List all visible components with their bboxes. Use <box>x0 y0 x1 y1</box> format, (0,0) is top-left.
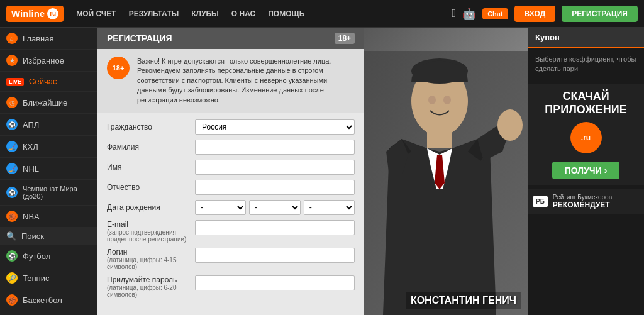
svg-rect-4 <box>505 111 514 123</box>
sidebar-label-nhl: NHL <box>23 164 39 174</box>
label-citizenship: Гражданство <box>107 123 189 131</box>
sidebar-label-football: Футбол <box>23 251 50 261</box>
form-row-patronymic: Отчество <box>107 180 355 195</box>
man-name: КОНСТАНТИН ГЕНИЧ <box>406 292 521 309</box>
login-button[interactable]: ВХОД <box>514 6 556 22</box>
sidebar-label-tennis: Теннис <box>23 274 50 283</box>
label-firstname: Имя <box>107 163 189 172</box>
input-lastname[interactable] <box>195 140 355 155</box>
sidebar-label-nba: NBA <box>23 212 40 221</box>
label-password: Придумайте пароль (латиница, цифры: 6-20… <box>107 275 189 298</box>
sidebar-item-world-champ[interactable]: ⚽ Чемпионат Мира (до20) <box>0 180 97 206</box>
logo[interactable]: Winline ru <box>6 6 64 22</box>
apple-icon[interactable]:  <box>452 7 457 20</box>
sidebar: ⌂ Главная ★ Избранное LIVE Сейчас ◷ Ближ… <box>0 28 97 315</box>
live-badge: LIVE <box>6 78 24 86</box>
sidebar-item-hockey[interactable]: 🏒 Хоккей <box>0 311 97 315</box>
sidebar-item-apl[interactable]: ⚽ АПЛ <box>0 114 97 136</box>
android-icon[interactable]: 🤖 <box>462 7 476 21</box>
label-patronymic: Отчество <box>107 183 189 192</box>
sidebar-search-label: Поиск <box>21 231 44 241</box>
sidebar-item-tennis[interactable]: 🎾 Теннис <box>0 267 97 289</box>
sidebar-item-upcoming[interactable]: ◷ Ближайшие <box>0 92 97 114</box>
sidebar-label-favorites: Избранное <box>23 56 64 65</box>
header: Winline ru МОЙ СЧЕТ РЕЗУЛЬТАТЫ КЛУБЫ О Н… <box>0 0 644 28</box>
form-row-lastname: Фамилия <box>107 140 355 155</box>
star-icon: ★ <box>6 55 18 66</box>
sidebar-item-khl[interactable]: 🏒 КХЛ <box>0 136 97 158</box>
rb-block: РБ Рейтинг Букмекеров РЕКОМЕНДУЕТ <box>528 189 644 214</box>
input-email[interactable] <box>195 220 355 235</box>
nhl-icon: 🏒 <box>6 163 18 174</box>
coupon-header: Купон <box>528 28 644 48</box>
sidebar-label-home: Главная <box>23 34 53 43</box>
label-login: Логин (латиница, цифры: 4-15 символов) <box>107 248 189 270</box>
select-day[interactable]: - <box>195 200 246 215</box>
input-login[interactable] <box>195 248 355 263</box>
form-body: Гражданство Россия Фамилия Имя <box>97 113 364 309</box>
input-patronymic[interactable] <box>195 180 355 195</box>
man-svg <box>352 51 528 315</box>
sidebar-item-nba[interactable]: 🏀 NBA <box>0 206 97 228</box>
sidebar-item-football[interactable]: ⚽ Футбол <box>0 245 97 267</box>
logo-text: Winline <box>11 8 45 19</box>
form-row-email: E-mail (запрос подтверждения придет посл… <box>107 220 355 243</box>
rb-recommend: РЕКОМЕНДУЕТ <box>553 201 612 209</box>
form-row-birthday: Дата рождения - - - <box>107 200 355 215</box>
rb-logo: РБ <box>533 196 548 207</box>
form-row-citizenship: Гражданство Россия <box>107 119 355 135</box>
search-icon: 🔍 <box>6 231 16 241</box>
tennis-icon: 🎾 <box>6 272 18 284</box>
rb-info: Рейтинг Букмекеров РЕКОМЕНДУЕТ <box>553 194 612 209</box>
promo-logo: .ru <box>570 122 602 153</box>
coupon-text: Выберите коэффициент, чтобы сделать пари <box>528 48 644 80</box>
content: КОНСТАНТИН ГЕНИЧ РЕГИСТРАЦИЯ 18+ 18+ Важ… <box>97 28 528 315</box>
khl-icon: 🏒 <box>6 141 18 152</box>
apl-icon: ⚽ <box>6 119 18 130</box>
home-icon: ⌂ <box>6 33 18 44</box>
chat-button[interactable]: Chat <box>482 8 508 19</box>
reg-title: РЕГИСТРАЦИЯ <box>107 33 172 43</box>
promo-get-button[interactable]: ПОЛУЧИ › <box>552 162 620 179</box>
form-row-login: Логин (латиница, цифры: 4-15 символов) <box>107 248 355 270</box>
nav-results[interactable]: РЕЗУЛЬТАТЫ <box>129 9 179 18</box>
rb-title: Рейтинг Букмекеров <box>553 194 612 201</box>
nav-help[interactable]: ПОМОЩЬ <box>268 9 304 18</box>
main-layout: ⌂ Главная ★ Избранное LIVE Сейчас ◷ Ближ… <box>0 28 644 315</box>
nav-my-account[interactable]: МОЙ СЧЕТ <box>76 9 116 18</box>
nav-about[interactable]: О НАС <box>231 9 255 18</box>
sidebar-item-live[interactable]: LIVE Сейчас <box>0 72 97 92</box>
select-citizenship[interactable]: Россия <box>195 119 355 135</box>
label-lastname: Фамилия <box>107 143 189 152</box>
right-panel: Купон Выберите коэффициент, чтобы сделат… <box>528 28 644 315</box>
promo-line2: ПРИЛОЖЕНИЕ <box>534 103 638 117</box>
sidebar-search[interactable]: 🔍 Поиск <box>0 228 97 245</box>
label-email: E-mail (запрос подтверждения придет посл… <box>107 220 189 243</box>
promo-line1: СКАЧАЙ <box>534 90 638 104</box>
register-button[interactable]: РЕГИСТРАЦИЯ <box>562 6 638 22</box>
sidebar-label-apl: АПЛ <box>23 120 39 130</box>
basketball-icon: 🏀 <box>6 294 18 306</box>
age-badge: 18+ <box>335 33 355 44</box>
sidebar-label-world-champ: Чемпионат Мира (до20) <box>23 185 91 200</box>
clock-icon: ◷ <box>6 97 18 108</box>
date-row: - - - <box>195 200 355 215</box>
form-row-password: Придумайте пароль (латиница, цифры: 6-20… <box>107 275 355 298</box>
nav: МОЙ СЧЕТ РЕЗУЛЬТАТЫ КЛУБЫ О НАС ПОМОЩЬ <box>76 9 452 18</box>
form-row-firstname: Имя <box>107 160 355 175</box>
svg-point-6 <box>443 96 451 104</box>
select-month[interactable]: - <box>249 200 300 215</box>
sidebar-item-nhl[interactable]: 🏒 NHL <box>0 158 97 180</box>
world-champ-icon: ⚽ <box>6 187 18 198</box>
svg-point-5 <box>428 96 436 104</box>
age-circle: 18+ <box>107 57 130 79</box>
warning-text: Важно! К игре допускаются только соверше… <box>137 57 355 105</box>
sidebar-item-basketball[interactable]: 🏀 Баскетбол <box>0 289 97 311</box>
select-year[interactable]: - <box>304 200 355 215</box>
input-password[interactable] <box>195 275 355 290</box>
sidebar-item-favorites[interactable]: ★ Избранное <box>0 50 97 72</box>
nav-clubs[interactable]: КЛУБЫ <box>191 9 219 18</box>
sidebar-item-home[interactable]: ⌂ Главная <box>0 28 97 50</box>
input-firstname[interactable] <box>195 160 355 175</box>
sidebar-label-basketball: Баскетбол <box>23 296 62 305</box>
